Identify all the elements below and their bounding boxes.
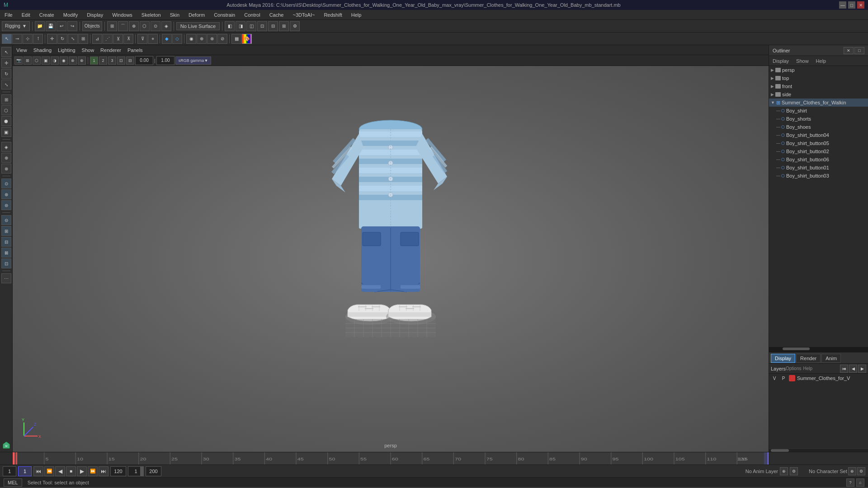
render-settings-button[interactable]: ⚙ (290, 21, 300, 31)
menu-edit[interactable]: Edit (20, 11, 32, 19)
vp-ao-btn[interactable]: ⊗ (69, 56, 77, 65)
left-anim1-btn[interactable]: ⊝ (1, 215, 11, 225)
render-btn5[interactable]: ⊟ (268, 21, 278, 31)
layer-p-toggle[interactable]: P (780, 376, 787, 381)
anim-layer-btn[interactable]: ⊕ (780, 467, 788, 475)
play-next-key-button[interactable]: ⏩ (88, 466, 98, 476)
paint-select-button[interactable]: ⊹ (23, 34, 33, 44)
show-manip-button[interactable]: ⊽ (137, 34, 147, 44)
outliner-front-item[interactable]: ▶ front (769, 82, 868, 90)
menu-file[interactable]: File (3, 11, 14, 19)
frame-start-input[interactable] (3, 466, 16, 476)
play-prev-button[interactable]: ◀ (55, 466, 65, 476)
snap-together-button[interactable]: ⋄ (148, 34, 158, 44)
left-cam-btn[interactable]: ⊙ (1, 178, 11, 188)
left-cam2-btn[interactable]: ⊛ (1, 189, 11, 199)
menu-modify[interactable]: Modify (61, 11, 80, 19)
anim-layer-settings-btn[interactable]: ⚙ (790, 467, 798, 475)
outliner-float-btn[interactable]: □ (854, 47, 864, 54)
outliner-tab-help[interactable]: Help (814, 57, 828, 65)
menu-windows[interactable]: Windows (110, 11, 134, 19)
play-start-button[interactable]: ⏮ (33, 466, 43, 476)
redo-button[interactable]: ↪ (67, 21, 77, 31)
frame-end-input[interactable] (110, 466, 126, 476)
left-scale-btn[interactable]: ⤡ (1, 80, 11, 89)
menu-create[interactable]: Create (38, 11, 56, 19)
left-edge-btn[interactable]: ⬡ (1, 105, 11, 115)
menu-redshift[interactable]: Redshift (322, 11, 344, 19)
objects-button[interactable]: Objects (82, 21, 102, 31)
move-tool-button[interactable]: ✛ (47, 34, 57, 44)
play-stop-button[interactable]: ■ (66, 466, 76, 476)
outliner-mesh-Boy_shirt[interactable]: — ⬡ Boy_shirt (769, 107, 868, 115)
maximize-button[interactable]: □ (848, 1, 855, 9)
ik-button[interactable]: ⊗ (207, 34, 217, 44)
br-tab-render[interactable]: Render (796, 354, 821, 363)
scale-tool-button[interactable]: ⤡ (68, 34, 78, 44)
current-frame-marker[interactable] (13, 452, 17, 465)
outliner-mesh-Boy_shorts[interactable]: — ⬡ Boy_shorts (769, 115, 868, 123)
outliner-top-item[interactable]: ▶ top (769, 74, 868, 82)
cluster-button[interactable]: ⊕ (197, 34, 207, 44)
vp-res3-btn[interactable]: 3 (108, 56, 116, 65)
left-tool2-btn[interactable]: ⊗ (1, 164, 11, 174)
outliner-tab-display[interactable]: Display (771, 57, 791, 65)
left-tool1-btn[interactable]: ⊕ (1, 153, 11, 163)
skin-button[interactable]: ⊼ (123, 34, 133, 44)
viewport-menu-shading[interactable]: Shading (32, 47, 53, 54)
anim-key-button[interactable]: ◆ (162, 34, 172, 44)
outliner-mesh-btn01[interactable]: — ⬡ Boy_shirt_button01 (769, 164, 868, 172)
skin-paint-button[interactable]: ◉ (186, 34, 196, 44)
vp-iso-btn[interactable]: ⊕ (78, 56, 86, 65)
outliner-mesh-btn06[interactable]: — ⬡ Boy_shirt_button06 (769, 155, 868, 164)
vp-res2-btn[interactable]: 2 (99, 56, 107, 65)
mel-mode-btn[interactable]: MEL (4, 479, 22, 487)
viewport-menu-show[interactable]: Show (80, 47, 96, 54)
left-cam3-btn[interactable]: ⊜ (1, 200, 11, 210)
left-anim4-btn[interactable]: ⊠ (1, 248, 11, 258)
layer-color-swatch[interactable] (789, 375, 795, 381)
vp-hud-btn[interactable]: ⊟ (126, 56, 134, 65)
outliner-mesh-btn05[interactable]: — ⬡ Boy_shirt_button05 (769, 139, 868, 147)
outliner-close-btn[interactable]: ✕ (844, 47, 854, 54)
vp-gamma-btn[interactable]: sRGB gamma ▼ (175, 56, 211, 65)
vp-value1-input[interactable] (135, 56, 153, 65)
layers-prev-prev-btn[interactable]: ⏮ (840, 365, 848, 373)
left-obj-btn[interactable]: ▣ (1, 127, 11, 137)
vp-grid-btn[interactable]: ⊡ (117, 56, 125, 65)
status-expand-btn[interactable]: ⌂ (856, 479, 864, 487)
snap-other-button[interactable]: ⊙ (151, 21, 160, 31)
menu-3dtoai[interactable]: ~3DToAI~ (291, 11, 316, 19)
outliner-mesh-btn04[interactable]: — ⬡ Boy_shirt_button04 (769, 131, 868, 139)
br-tab-display[interactable]: Display (771, 354, 795, 363)
anim-key2-button[interactable]: ◇ (172, 34, 182, 44)
left-vert-btn[interactable]: ⊞ (1, 94, 11, 104)
vp-smooth-btn[interactable]: ⬡ (33, 56, 41, 65)
snap-view-button[interactable]: ◈ (161, 21, 171, 31)
close-button[interactable]: ✕ (857, 1, 864, 9)
render-btn6[interactable]: ⊞ (279, 21, 289, 31)
play-forward-button[interactable]: ▶ (77, 466, 87, 476)
char-set-btn2[interactable]: ⚙ (857, 467, 865, 475)
render-btn4[interactable]: ⊡ (257, 21, 267, 31)
left-anim3-btn[interactable]: ⊟ (1, 237, 11, 247)
outliner-hscroll[interactable] (769, 347, 868, 351)
vp-textured-btn[interactable]: ▣ (42, 56, 50, 65)
viewport-menu-renderer[interactable]: Renderer (99, 47, 123, 54)
menu-deform[interactable]: Deform (187, 11, 207, 19)
left-rotate-btn[interactable]: ↻ (1, 69, 11, 79)
left-move-btn[interactable]: ✛ (1, 58, 11, 68)
outliner-mesh-btn02[interactable]: — ⬡ Boy_shirt_button02 (769, 147, 868, 155)
left-face-btn[interactable]: ⬢ (1, 116, 11, 126)
render-btn1[interactable]: ◧ (225, 21, 235, 31)
snap-surface-button[interactable]: ⬡ (140, 21, 150, 31)
menu-constrain[interactable]: Constrain (212, 11, 237, 19)
frame-max-input[interactable] (146, 466, 161, 476)
left-paint-btn[interactable]: ◈ (1, 142, 11, 152)
menu-help[interactable]: Help (349, 11, 363, 19)
viewport-menu-panels[interactable]: Panels (126, 47, 145, 54)
fk-button[interactable]: ⊘ (217, 34, 227, 44)
left-select-btn[interactable]: ↖ (1, 47, 11, 57)
frame-current-input[interactable] (18, 466, 32, 476)
select-tool-button[interactable]: ↖ (2, 34, 12, 44)
